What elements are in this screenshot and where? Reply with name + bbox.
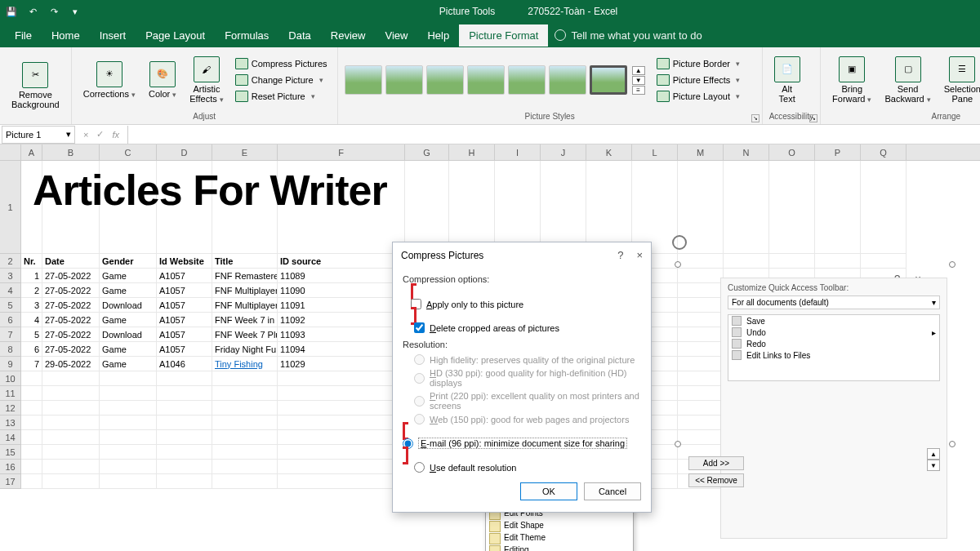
cell[interactable]: Friday Night Funkin' 3D	[212, 342, 278, 357]
remove-button[interactable]: << Remove	[688, 473, 744, 487]
cell[interactable]: Game	[100, 283, 157, 298]
cell[interactable]	[212, 460, 278, 474]
cell[interactable]	[861, 254, 906, 269]
cell[interactable]: ID source	[278, 254, 405, 269]
res-default-radio[interactable]	[414, 462, 425, 473]
name-box[interactable]: Picture 1 ▾	[2, 126, 75, 144]
undo-icon[interactable]: ↶	[26, 5, 39, 18]
row-header[interactable]: 8	[0, 342, 21, 357]
cell[interactable]	[212, 386, 278, 401]
cell[interactable]	[678, 269, 724, 283]
cell[interactable]: 6	[21, 342, 42, 357]
cell[interactable]: 11089	[278, 269, 405, 283]
customize-scope-dropdown[interactable]: For all documents (default) ▾	[728, 295, 940, 309]
tab-page-layout[interactable]: Page Layout	[136, 24, 215, 47]
cell[interactable]	[586, 161, 632, 254]
cell[interactable]: 11093	[278, 327, 405, 342]
row-header[interactable]: 11	[0, 386, 21, 401]
send-backward-button[interactable]: ▢ Send Backward	[880, 54, 935, 107]
row-header[interactable]: 6	[0, 313, 21, 327]
cell[interactable]	[495, 161, 541, 254]
cell[interactable]	[724, 254, 769, 269]
cell[interactable]	[21, 386, 42, 401]
save-icon[interactable]: 💾	[5, 5, 18, 18]
ok-button[interactable]: OK	[520, 482, 577, 500]
row-header[interactable]: 10	[0, 371, 21, 386]
cell[interactable]: A1057	[157, 298, 212, 313]
row-header[interactable]: 3	[0, 269, 21, 283]
color-button[interactable]: 🎨 Color	[144, 59, 181, 102]
move-up-icon[interactable]: ▲	[927, 448, 940, 460]
cell[interactable]	[815, 161, 861, 254]
column-header[interactable]: L	[632, 144, 678, 160]
menu-item[interactable]: Edit Shape	[486, 519, 633, 531]
row-header[interactable]: 5	[0, 298, 21, 313]
cell[interactable]	[278, 401, 405, 415]
cell[interactable]: 11029	[278, 357, 405, 371]
cell[interactable]	[42, 445, 100, 460]
cell[interactable]	[157, 371, 212, 386]
cell[interactable]	[278, 474, 405, 489]
compress-pictures-button[interactable]: Compress Pictures	[232, 56, 331, 71]
dialog-help-button[interactable]: ?	[617, 249, 623, 261]
cell[interactable]	[861, 161, 906, 254]
cell[interactable]	[278, 430, 405, 445]
column-header[interactable]: H	[449, 144, 495, 160]
cell[interactable]	[278, 386, 405, 401]
cell[interactable]: 27-05-2022	[42, 298, 100, 313]
cell[interactable]	[157, 474, 212, 489]
cell[interactable]: A1057	[157, 327, 212, 342]
cell[interactable]	[100, 430, 157, 445]
tell-me-search[interactable]: Tell me what you want to do	[555, 29, 702, 42]
cell[interactable]: 27-05-2022	[42, 283, 100, 298]
customize-command-list[interactable]: Save Undo▸ Redo Edit Links to Files	[728, 314, 940, 381]
cell[interactable]	[212, 415, 278, 430]
move-down-icon[interactable]: ▼	[927, 460, 940, 471]
tab-review[interactable]: Review	[321, 24, 376, 47]
qat-dropdown-icon[interactable]: ▾	[69, 5, 82, 18]
cell[interactable]	[678, 327, 724, 342]
cell[interactable]	[278, 415, 405, 430]
cell[interactable]	[678, 313, 724, 327]
cell[interactable]: 1	[21, 269, 42, 283]
alt-text-button[interactable]: 📄 Alt Text	[769, 54, 805, 106]
tab-formulas[interactable]: Formulas	[215, 24, 278, 47]
cell[interactable]: 11092	[278, 313, 405, 327]
cell[interactable]	[212, 401, 278, 415]
accessibility-dialog-launcher[interactable]: ↘	[809, 114, 817, 122]
picture-style-6[interactable]	[549, 65, 586, 95]
bring-forward-button[interactable]: ▣ Bring Forward	[827, 54, 876, 107]
cell[interactable]	[21, 430, 42, 445]
cell[interactable]: 27-05-2022	[42, 342, 100, 357]
column-header[interactable]: J	[541, 144, 586, 160]
column-header[interactable]: O	[769, 144, 815, 160]
dialog-close-button[interactable]: ×	[636, 249, 643, 261]
cell[interactable]	[449, 161, 495, 254]
row-header[interactable]: 2	[0, 254, 21, 269]
cell[interactable]	[21, 415, 42, 430]
cell[interactable]: Game	[100, 342, 157, 357]
tab-view[interactable]: View	[375, 24, 417, 47]
cell[interactable]	[678, 357, 724, 371]
column-header[interactable]: A	[21, 144, 42, 160]
cell[interactable]	[212, 371, 278, 386]
cell[interactable]	[678, 342, 724, 357]
cell[interactable]: 2	[21, 283, 42, 298]
picture-style-4[interactable]	[467, 65, 505, 95]
cell[interactable]	[100, 401, 157, 415]
reset-picture-button[interactable]: Reset Picture	[232, 89, 331, 104]
row-header[interactable]: 9	[0, 357, 21, 371]
cell[interactable]	[42, 415, 100, 430]
row-header[interactable]: 13	[0, 415, 21, 430]
picture-style-2[interactable]	[385, 65, 423, 95]
row-header[interactable]: 7	[0, 327, 21, 342]
cell[interactable]: 3	[21, 298, 42, 313]
remove-background-button[interactable]: ✂ Remove Background	[7, 60, 65, 112]
cell[interactable]	[724, 161, 769, 254]
cell[interactable]: FNF Multiplayer 3.2	[212, 283, 278, 298]
cell[interactable]	[42, 386, 100, 401]
cell[interactable]	[405, 161, 449, 254]
cell[interactable]	[42, 474, 100, 489]
cell[interactable]	[157, 460, 212, 474]
cell[interactable]	[157, 445, 212, 460]
